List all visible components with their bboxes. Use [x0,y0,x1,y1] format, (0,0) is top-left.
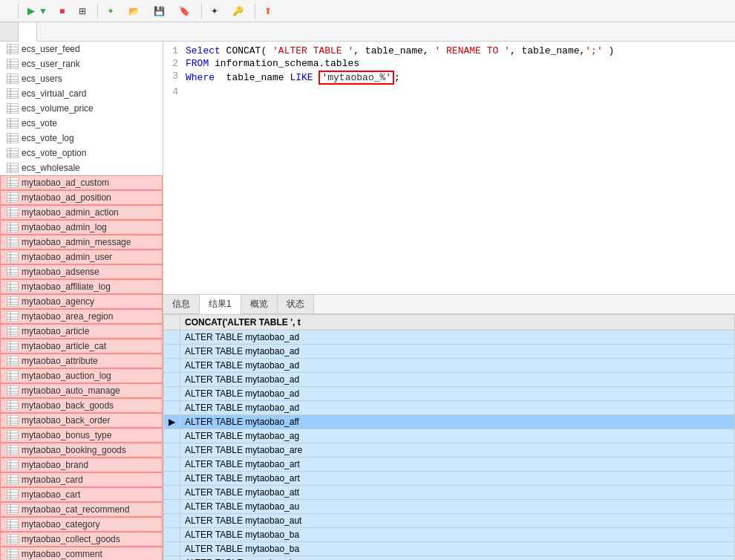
row-arrow [164,400,180,414]
export-button[interactable]: ⬆ [260,4,278,18]
table-row[interactable]: ALTER TABLE mytaobao_ba [164,541,735,556]
result-tab[interactable]: 结果1 [200,295,241,314]
sidebar-item[interactable]: mytaobao_brand [0,458,163,472]
sidebar-item[interactable]: mytaobao_admin_log [0,220,163,235]
sidebar-item[interactable]: mytaobao_admin_user [0,250,163,264]
svg-rect-40 [7,163,19,173]
sidebar-item[interactable]: ecs_user_feed [0,42,163,56]
table-row[interactable]: ALTER TABLE mytaobao_att [164,485,735,499]
menu-button[interactable] [4,10,13,13]
sidebar-item[interactable]: mytaobao_card [0,472,163,487]
load-button[interactable]: 📂 [124,4,146,18]
result-cell: ALTER TABLE mytaobao_ag [180,429,735,443]
result-tab[interactable]: 信息 [163,295,200,313]
save-button[interactable]: 💾 [149,4,172,18]
sidebar-item[interactable]: mytaobao_collect_goods [0,532,163,547]
separator3 [201,4,202,19]
sidebar-item[interactable]: mytaobao_ad_position [0,190,163,205]
table-icon [7,460,19,470]
sidebar-item[interactable]: mytaobao_adsense [0,264,163,279]
row-arrow [164,330,180,344]
table-row[interactable]: ▶ALTER TABLE mytaobao_aff [164,414,735,429]
table-row[interactable]: ALTER TABLE mytaobao_au [164,499,735,513]
sidebar-item[interactable]: mytaobao_article [0,324,163,339]
sidebar-item[interactable]: ecs_wholesale [0,160,163,175]
sidebar-item[interactable]: mytaobao_admin_action [0,205,163,220]
table-row[interactable]: ALTER TABLE mytaobao_ad [164,358,735,372]
tab-query-editor[interactable] [19,22,37,42]
sidebar-item[interactable]: mytaobao_cart [0,487,163,502]
table-row[interactable]: ALTER TABLE mytaobao_ba [164,527,735,541]
sidebar-item[interactable]: ecs_virtual_card [0,86,163,101]
table-row[interactable]: ALTER TABLE mytaobao_ag [164,429,735,443]
sidebar-item[interactable]: ecs_user_rank [0,56,163,71]
run-button[interactable]: ▶ ▼ [23,4,52,18]
sidebar-item-label: mytaobao_article_cat [22,341,106,351]
table-icon [7,326,19,336]
result-cell: ALTER TABLE mytaobao_ad [180,344,735,358]
sidebar-item[interactable]: mytaobao_admin_message [0,235,163,250]
sidebar-item[interactable]: mytaobao_booking_goods [0,443,163,458]
table-row[interactable]: ALTER TABLE mytaobao_art [164,471,735,485]
sidebar-item-label: mytaobao_area_region [22,311,113,322]
tab-query-builder[interactable] [0,22,19,41]
backup-button[interactable]: 🔑 [228,4,250,18]
table-row[interactable]: ALTER TABLE mytaobao_ad [164,400,735,414]
sidebar-item[interactable]: mytaobao_article_cat [0,339,163,354]
run-icon: ▶ [27,6,34,16]
sidebar-item[interactable]: mytaobao_auto_manage [0,383,163,398]
result-cell: ALTER TABLE mytaobao_art [180,471,735,485]
code-editor[interactable]: 1Select CONCAT( 'ALTER TABLE ', table_na… [163,42,735,295]
table-row[interactable]: ALTER TABLE mytaobao_ad [164,344,735,358]
sidebar-item-label: mytaobao_booking_goods [22,445,126,455]
table-row[interactable]: ALTER TABLE mytaobao_ad [164,372,735,386]
sidebar-item[interactable]: mytaobao_area_region [0,309,163,324]
sidebar-item[interactable]: mytaobao_comment [0,547,163,560]
table-icon [7,489,19,500]
explain-button[interactable]: ⊞ [74,4,93,18]
stop-button[interactable]: ■ [55,4,71,18]
result-tab[interactable]: 概览 [241,295,278,313]
table-row[interactable]: ALTER TABLE mytaobao_ad [164,330,735,344]
table-row[interactable]: ALTER TABLE mytaobao_aut [164,513,735,527]
sidebar-item[interactable]: mytaobao_agency [0,294,163,309]
sidebar-item[interactable]: mytaobao_bonus_type [0,428,163,443]
result-cell: ALTER TABLE mytaobao_ad [180,400,735,414]
sidebar-item-label: mytaobao_attribute [22,356,98,366]
new-icon: ✦ [107,6,114,16]
result-cell: ALTER TABLE mytaobao_aff [180,414,735,429]
sidebar-item[interactable]: mytaobao_cat_recommend [0,502,163,517]
sidebar-item[interactable]: ecs_vote [0,116,163,131]
sidebar-item[interactable]: mytaobao_back_goods [0,398,163,413]
results-area[interactable]: CONCAT('ALTER TABLE ', t ALTER TABLE myt… [163,314,735,561]
svg-rect-30 [7,133,19,143]
table-icon [7,163,19,173]
result-tab[interactable]: 状态 [278,295,314,313]
sidebar-item-label: ecs_user_rank [22,59,80,69]
table-row[interactable]: ALTER TABLE mytaobao_ad [164,386,735,400]
sidebar-item[interactable]: mytaobao_auction_log [0,368,163,383]
svg-rect-140 [7,460,19,470]
svg-rect-145 [7,475,19,485]
sidebar-item[interactable]: mytaobao_attribute [0,354,163,368]
sidebar-item[interactable]: ecs_vote_log [0,131,163,146]
table-row[interactable]: ALTER TABLE mytaobao_bo [164,556,735,560]
line-content [186,86,735,97]
new-button[interactable]: ✦ [102,4,121,18]
toolbar: ▶ ▼ ■ ⊞ ✦ 📂 💾 🔖 ✦ 🔑 ⬆ [0,0,735,22]
save-as-button[interactable]: 🔖 [174,4,197,18]
sidebar-item[interactable]: mytaobao_back_order [0,413,163,428]
sidebar-item[interactable]: ecs_volume_price [0,101,163,116]
line-content: Select CONCAT( 'ALTER TABLE ', table_nam… [186,45,735,56]
sidebar-item[interactable]: ecs_vote_option [0,146,163,160]
result-cell: ALTER TABLE mytaobao_ad [180,386,735,400]
line-num: 2 [163,58,186,69]
sidebar-item-label: mytaobao_ad_position [22,192,111,203]
sidebar-item[interactable]: mytaobao_affiliate_log [0,279,163,294]
table-row[interactable]: ALTER TABLE mytaobao_are [164,443,735,457]
table-row[interactable]: ALTER TABLE mytaobao_art [164,457,735,471]
sidebar-item[interactable]: ecs_users [0,71,163,86]
sidebar-item[interactable]: mytaobao_category [0,517,163,532]
sidebar-item[interactable]: mytaobao_ad_custom [0,175,163,190]
beautify-button[interactable]: ✦ [206,4,225,18]
